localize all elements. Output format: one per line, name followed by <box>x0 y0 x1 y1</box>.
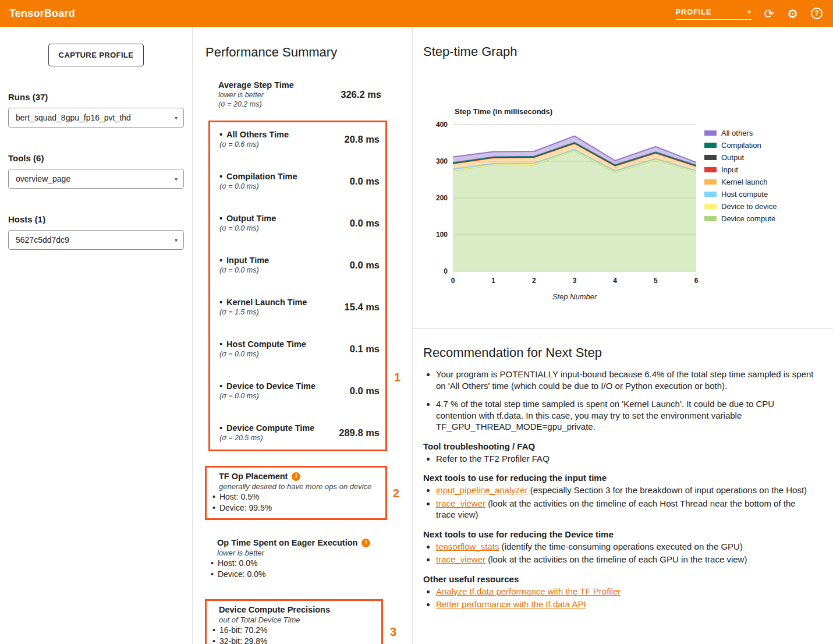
step-time-graph-card: Step-time Graph Step Time (in millisecon… <box>413 44 833 329</box>
svg-text:2: 2 <box>532 277 536 285</box>
bullet-icon: • <box>219 214 222 223</box>
legend-label: Device compute <box>721 214 775 223</box>
list-item: •16-bit: 70.2% <box>210 625 375 636</box>
bullet-icon: • <box>212 492 215 501</box>
topbar-actions: PROFILE ▾ ⟳ ⚙ ? <box>676 8 823 20</box>
breakdown-rows: •All Others Time(σ = 0.6 ms)20.8 ms•Comp… <box>219 129 380 443</box>
hosts-field: Hosts (1) 5627c5dd7dc9 ▾ <box>8 214 184 250</box>
list-item: trace_viewer (look at the activities on … <box>436 554 816 565</box>
list-item: Refer to the TF2 Profiler FAQ <box>436 453 816 465</box>
recommendation-bullet: Your program is POTENTIALLY input-bound … <box>436 369 816 391</box>
svg-text:200: 200 <box>436 194 448 202</box>
gear-icon[interactable]: ⚙ <box>787 8 798 20</box>
tool-link[interactable]: input_pipeline_analyzer <box>436 485 528 495</box>
metric-value: 0.0 ms <box>350 218 380 229</box>
legend-item: Compilation <box>704 139 777 151</box>
app-title: TensorBoard <box>9 8 75 20</box>
metric-sigma: (σ = 0.0 ms) <box>219 224 276 233</box>
metric-value: 0.0 ms <box>350 260 380 271</box>
dashboard-selector[interactable]: PROFILE ▾ <box>676 8 752 20</box>
recommendation-title: Recommendation for Next Step <box>423 345 816 360</box>
recommendation-bullet: 4.7 % of the total step time sampled is … <box>436 398 816 433</box>
legend-swatch-icon <box>704 192 717 197</box>
performance-summary-panel: Performance Summary Average Step Time lo… <box>193 27 413 644</box>
runs-select[interactable]: bert_squad_8gpu_fp16_pvt_thd ▾ <box>8 108 184 128</box>
svg-text:300: 300 <box>436 157 448 165</box>
legend-item: Device to device <box>704 200 777 213</box>
list-item: •Host: 0.5% <box>210 491 380 503</box>
bullet-icon: • <box>219 298 222 307</box>
legend-swatch-icon <box>704 167 717 172</box>
metric-name: •Device to Device Time <box>219 381 316 391</box>
tool-link[interactable]: Analyze tf.data performance with the TF … <box>436 586 621 596</box>
breakdown-row: •Kernel Launch Time(σ = 1.5 ms)15.4 ms <box>219 297 380 317</box>
list-item: input_pipeline_analyzer (especially Sect… <box>436 484 816 496</box>
annotation-box-3: Device Compute Precisions out of Total D… <box>205 599 383 644</box>
metric-value: 0.0 ms <box>350 176 380 187</box>
legend-item: Input <box>704 164 777 176</box>
hosts-label: Hosts (1) <box>8 214 184 224</box>
legend-item: All others <box>704 127 777 139</box>
bullet-icon: • <box>212 503 215 512</box>
hosts-select[interactable]: 5627c5dd7dc9 ▾ <box>8 230 184 250</box>
svg-text:6: 6 <box>694 277 699 285</box>
metric-sigma: (σ = 0.0 ms) <box>219 266 269 275</box>
metric-sigma: (σ = 0.0 ms) <box>219 391 316 401</box>
tool-link[interactable]: tensorflow_stats <box>436 542 499 551</box>
refresh-icon[interactable]: ⟳ <box>764 8 775 20</box>
tf-op-placement-title: TF Op Placement <box>219 471 288 482</box>
legend-label: Output <box>721 153 744 162</box>
tool-link[interactable]: trace_viewer <box>436 498 485 508</box>
breakdown-row: •Device Compute Time(σ = 20.5 ms)289.8 m… <box>219 423 380 443</box>
bullet-icon: • <box>211 558 214 568</box>
metric-name: Average Step Time <box>218 80 294 90</box>
info-icon[interactable]: i <box>361 539 370 547</box>
legend-swatch-icon <box>704 179 717 185</box>
tf-op-placement-subtitle: generally desired to have more ops on de… <box>210 482 380 491</box>
list-item: •Host: 0.0% <box>208 558 383 569</box>
legend-label: Device to device <box>721 202 777 211</box>
breakdown-row: •Host Compute Time(σ = 0.0 ms)0.1 ms <box>219 339 380 359</box>
tools-selected-value: overview_page <box>16 174 70 183</box>
eager-execution-subtitle: lower is better <box>208 548 383 558</box>
tool-link[interactable]: trace_viewer <box>436 554 485 564</box>
recommendation-heading: Next tools to use for reducing the input… <box>423 473 816 483</box>
annotation-number-2: 2 <box>393 486 399 500</box>
step-time-graph-title: Step-time Graph <box>423 44 833 59</box>
legend-label: Kernel launch <box>721 178 768 186</box>
metric-value: 15.4 ms <box>344 302 380 313</box>
legend-label: Compilation <box>721 141 761 150</box>
metric-value: 326.2 ms <box>341 89 381 100</box>
svg-text:0: 0 <box>451 277 455 285</box>
eager-execution-block: Op Time Spent on Eager Execution i lower… <box>208 537 383 580</box>
metric-name: •Input Time <box>219 255 269 266</box>
recommendation-list: Refer to the TF2 Profiler FAQ <box>423 453 816 465</box>
legend-label: Host compute <box>721 190 768 199</box>
metric-name: •All Others Time <box>219 129 289 140</box>
list-item: •Device: 0.0% <box>208 569 383 580</box>
chevron-down-icon: ▾ <box>175 115 178 121</box>
metric-sigma: (σ = 20.2 ms) <box>218 100 294 109</box>
breakdown-row: •Compilation Time(σ = 0.0 ms)0.0 ms <box>219 171 380 191</box>
capture-profile-button[interactable]: CAPTURE PROFILE <box>48 44 144 66</box>
bullet-icon: • <box>219 172 222 181</box>
info-icon[interactable]: i <box>292 472 300 481</box>
svg-text:5: 5 <box>654 277 658 285</box>
sidebar: CAPTURE PROFILE Runs (37) bert_squad_8gp… <box>0 27 193 644</box>
list-item: tensorflow_stats (identify the time-cons… <box>436 541 816 553</box>
metric-note: lower is better <box>218 90 294 100</box>
help-icon[interactable]: ? <box>811 8 823 19</box>
list-item: Analyze tf.data performance with the TF … <box>436 586 816 597</box>
tools-select[interactable]: overview_page ▾ <box>8 169 184 189</box>
right-panel: Step-time Graph Step Time (in millisecon… <box>413 27 833 644</box>
list-item: •32-bit: 29.8% <box>210 636 375 644</box>
device-compute-precisions-subtitle: out of Total Device Time <box>210 615 375 625</box>
svg-text:1: 1 <box>491 277 495 285</box>
legend-item: Output <box>704 151 777 164</box>
chart-title: Step Time (in milliseconds) <box>455 107 552 116</box>
breakdown-row: •All Others Time(σ = 0.6 ms)20.8 ms <box>219 129 380 149</box>
tool-link[interactable]: Better performance with the tf.data API <box>436 599 586 609</box>
metric-name: •Kernel Launch Time <box>219 297 307 307</box>
svg-text:100: 100 <box>436 231 448 239</box>
breakdown-row: •Device to Device Time(σ = 0.0 ms)0.0 ms <box>219 381 380 401</box>
